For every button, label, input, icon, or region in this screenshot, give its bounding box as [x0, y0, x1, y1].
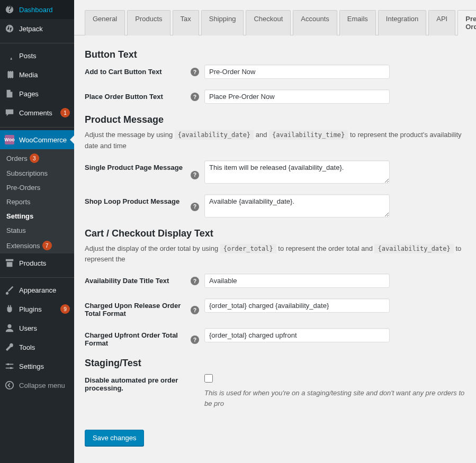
- field-label: Shop Loop Product Message: [85, 197, 191, 205]
- submenu-item-extensions[interactable]: Extensions7: [0, 238, 74, 253]
- row-disable-processing: Disable automated pre order processing. …: [85, 373, 465, 408]
- wrench-icon: [4, 342, 15, 352]
- tab-preorders[interactable]: Pre-Orders: [457, 10, 476, 35]
- code-placeholder: {availability_date}: [374, 244, 453, 253]
- brush-icon: [4, 285, 15, 295]
- sidebar-item-label: Pages: [19, 90, 70, 98]
- comment-icon: [4, 107, 15, 118]
- help-icon[interactable]: ?: [191, 203, 199, 211]
- sidebar-item-label: Dashboard: [19, 6, 70, 14]
- admin-sidebar: Dashboard Jetpack Posts Media Pages Comm…: [0, 0, 74, 463]
- add-to-cart-text-input[interactable]: [204, 65, 390, 79]
- help-icon[interactable]: ?: [191, 277, 199, 285]
- place-order-text-input[interactable]: [204, 89, 390, 104]
- sidebar-item-label: Jetpack: [19, 25, 70, 33]
- comments-badge: 1: [60, 108, 70, 117]
- tab-products[interactable]: Products: [127, 10, 170, 35]
- row-place-order-text: Place Order Button Text ?: [85, 89, 465, 104]
- section-heading-product-message: Product Message: [85, 114, 465, 125]
- submenu-item-subscriptions[interactable]: Subscriptions: [0, 166, 74, 180]
- sidebar-item-plugins[interactable]: Plugins 9: [0, 299, 74, 319]
- sidebar-item-products[interactable]: Products: [0, 253, 74, 273]
- submenu-item-preorders[interactable]: Pre-Orders: [0, 180, 74, 195]
- sidebar-item-label: WooCommerce: [19, 136, 70, 144]
- help-icon[interactable]: ?: [191, 171, 199, 179]
- tab-checkout[interactable]: Checkout: [246, 10, 291, 35]
- charged-upfront-input[interactable]: [204, 328, 390, 342]
- collapse-label: Collapse menu: [19, 382, 65, 389]
- shop-loop-message-input[interactable]: [204, 194, 390, 217]
- sidebar-item-users[interactable]: Users: [0, 319, 74, 338]
- sidebar-item-pages[interactable]: Pages: [0, 84, 74, 103]
- sidebar-item-label: Products: [19, 259, 70, 267]
- submenu-item-orders[interactable]: Orders3: [0, 149, 74, 166]
- orders-badge: 3: [30, 153, 39, 163]
- extensions-badge: 7: [42, 241, 52, 250]
- disable-processing-checkbox[interactable]: [204, 374, 213, 383]
- main-content: General Products Tax Shipping Checkout A…: [74, 0, 476, 463]
- tab-general[interactable]: General: [85, 10, 125, 35]
- sidebar-item-woocommerce[interactable]: Woo WooCommerce: [0, 130, 74, 149]
- row-shop-loop-message: Shop Loop Product Message ?: [85, 194, 465, 217]
- sidebar-item-appearance[interactable]: Appearance: [0, 280, 74, 299]
- tab-api[interactable]: API: [428, 10, 455, 35]
- menu-separator: [0, 125, 74, 128]
- row-single-product-message: Single Product Page Message ?: [85, 160, 465, 184]
- page-icon: [4, 88, 15, 99]
- svg-point-2: [7, 364, 10, 366]
- plugins-badge: 9: [60, 304, 70, 314]
- field-label: Availability Date Title Text: [85, 277, 191, 285]
- help-icon[interactable]: ?: [191, 93, 199, 101]
- sidebar-item-jetpack[interactable]: Jetpack: [0, 19, 74, 38]
- woocommerce-icon: Woo: [4, 134, 15, 145]
- sidebar-item-tools[interactable]: Tools: [0, 338, 74, 357]
- submenu-item-status[interactable]: Status: [0, 223, 74, 238]
- field-label: Disable automated pre order processing.: [85, 376, 191, 392]
- sidebar-item-label: Plugins: [19, 305, 58, 313]
- field-label: Charged Upfront Order Total Format: [85, 331, 191, 347]
- row-charged-release: Charged Upon Release Order Total Format …: [85, 298, 465, 317]
- tab-tax[interactable]: Tax: [173, 10, 199, 35]
- single-product-message-input[interactable]: [204, 160, 390, 184]
- save-changes-button[interactable]: Save changes: [85, 430, 144, 446]
- submenu-item-reports[interactable]: Reports: [0, 195, 74, 209]
- sidebar-item-label: Tools: [19, 343, 70, 351]
- section-heading-button-text: Button Text: [85, 49, 465, 60]
- product-icon: [4, 258, 15, 268]
- sidebar-item-comments[interactable]: Comments 1: [0, 103, 74, 122]
- sidebar-item-settings[interactable]: Settings: [0, 357, 74, 376]
- media-icon: [4, 69, 15, 80]
- sidebar-item-dashboard[interactable]: Dashboard: [0, 0, 74, 19]
- settings-form: Button Text Add to Cart Button Text ? Pl…: [74, 35, 476, 457]
- settings-tabs: General Products Tax Shipping Checkout A…: [74, 0, 476, 35]
- menu-separator: [0, 41, 74, 43]
- sidebar-item-label: Media: [19, 71, 70, 79]
- cart-checkout-description: Adjust the display of the order total by…: [85, 243, 465, 266]
- sidebar-item-label: Settings: [19, 362, 70, 370]
- code-placeholder: {order_total}: [220, 244, 276, 253]
- sidebar-item-label: Users: [19, 324, 70, 332]
- tab-emails[interactable]: Emails: [339, 10, 376, 35]
- collapse-menu-button[interactable]: Collapse menu: [0, 376, 74, 395]
- tab-shipping[interactable]: Shipping: [201, 10, 244, 35]
- tab-accounts[interactable]: Accounts: [293, 10, 337, 35]
- plug-icon: [4, 304, 15, 314]
- menu-separator: [0, 275, 74, 278]
- help-icon[interactable]: ?: [191, 306, 199, 314]
- availability-title-input[interactable]: [204, 274, 390, 288]
- row-add-to-cart-text: Add to Cart Button Text ?: [85, 65, 465, 79]
- sidebar-item-posts[interactable]: Posts: [0, 46, 74, 65]
- tab-integration[interactable]: Integration: [378, 10, 426, 35]
- help-icon[interactable]: ?: [191, 335, 199, 344]
- sidebar-item-label: Appearance: [19, 286, 70, 294]
- user-icon: [4, 323, 15, 333]
- help-icon[interactable]: ?: [191, 68, 199, 76]
- row-availability-title: Availability Date Title Text ?: [85, 274, 465, 288]
- charged-release-input[interactable]: [204, 298, 390, 313]
- submenu-item-settings[interactable]: Settings: [0, 209, 74, 223]
- svg-point-1: [7, 324, 11, 328]
- section-heading-staging: Staging/Test: [85, 358, 465, 369]
- jetpack-icon: [4, 23, 15, 34]
- sidebar-item-label: Posts: [19, 52, 70, 60]
- sidebar-item-media[interactable]: Media: [0, 65, 74, 84]
